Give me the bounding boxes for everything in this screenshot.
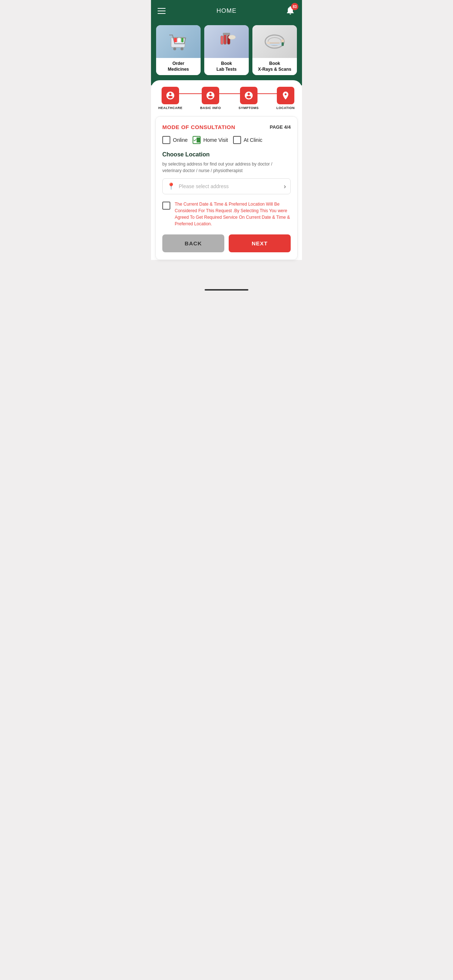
symptoms-icon [244, 91, 254, 100]
svg-rect-8 [221, 36, 223, 45]
app-header: HOME 83 [151, 0, 302, 22]
agreement-text: The Current Date & Time & Preferred Loca… [175, 201, 291, 227]
option-home-visit[interactable]: Home Visit [193, 136, 228, 144]
step-healthcare[interactable]: HEALTHCARE [158, 87, 182, 110]
at-clinic-label: At Clinic [244, 137, 262, 143]
svg-point-1 [173, 48, 176, 50]
at-clinic-checkbox[interactable] [233, 136, 241, 144]
card-header: MODE OF CONSULTATION PAGE 4/4 [162, 124, 291, 130]
address-placeholder: Please select address [179, 183, 284, 189]
action-buttons: BACK NEXT [162, 234, 291, 252]
symptoms-icon-box [240, 87, 257, 104]
step-symptoms[interactable]: SYMPTOMS [239, 87, 258, 110]
svg-rect-4 [178, 38, 180, 42]
xray-image [252, 25, 297, 58]
notification-button[interactable]: 83 [285, 5, 295, 16]
lab-image [204, 25, 249, 58]
menu-button[interactable] [158, 8, 166, 14]
healthcare-icon [166, 91, 175, 100]
step-healthcare-label: HEALTHCARE [158, 106, 182, 110]
hero-card-lab[interactable]: BookLab Tests [204, 25, 249, 75]
svg-rect-5 [181, 38, 183, 42]
chevron-right-icon: › [284, 183, 286, 190]
agreement-row: The Current Date & Time & Preferred Loca… [162, 201, 291, 227]
consultation-options: Online Home Visit At Clinic [162, 136, 291, 144]
home-indicator [205, 289, 248, 291]
svg-point-10 [228, 35, 236, 40]
online-checkbox[interactable] [162, 136, 170, 144]
location-description: by selecting address for find out your a… [162, 161, 291, 174]
svg-rect-6 [223, 33, 226, 45]
bottom-bar [151, 283, 302, 293]
consultation-form-card: MODE OF CONSULTATION PAGE 4/4 Online Hom… [155, 116, 298, 260]
svg-point-16 [281, 40, 284, 42]
location-icon-box [277, 87, 294, 104]
mode-title: MODE OF CONSULTATION [162, 124, 235, 130]
online-label: Online [173, 137, 187, 143]
svg-point-2 [180, 48, 183, 50]
bottom-spacer [151, 265, 302, 283]
hero-section: OrderMedicines BookLab Tests [151, 22, 302, 85]
xray-label: BookX-Rays & Scans [252, 58, 297, 75]
home-visit-label: Home Visit [203, 137, 228, 143]
svg-rect-9 [223, 33, 230, 35]
next-button[interactable]: NEXT [229, 234, 291, 252]
page-title: HOME [217, 7, 237, 14]
notification-count: 83 [291, 3, 298, 10]
back-button[interactable]: BACK [162, 234, 224, 252]
hero-card-xray[interactable]: BookX-Rays & Scans [252, 25, 297, 75]
basic-info-icon-box [202, 87, 219, 104]
pin-icon: 📍 [167, 182, 175, 190]
medicines-image [156, 25, 201, 58]
step-basic-info[interactable]: BASIC INFO [200, 87, 221, 110]
svg-rect-17 [282, 42, 284, 46]
progress-steps: HEALTHCARE BASIC INFO SYMPTOMS [151, 80, 302, 111]
hero-card-medicines[interactable]: OrderMedicines [156, 25, 201, 75]
basic-info-icon [206, 91, 215, 100]
medicines-label: OrderMedicines [156, 58, 201, 75]
step-location[interactable]: LOCATION [276, 87, 295, 110]
step-symptoms-label: SYMPTOMS [239, 106, 258, 110]
checkmark-icon [193, 137, 196, 143]
step-location-label: LOCATION [276, 106, 295, 110]
agreement-checkbox[interactable] [162, 202, 170, 210]
location-icon [281, 91, 290, 100]
option-at-clinic[interactable]: At Clinic [233, 136, 262, 144]
step-basic-info-label: BASIC INFO [200, 106, 221, 110]
healthcare-icon-box [161, 87, 179, 104]
svg-rect-15 [270, 42, 280, 44]
page-indicator: PAGE 4/4 [270, 124, 291, 130]
location-section: Choose Location by selecting address for… [162, 151, 291, 194]
lab-label: BookLab Tests [204, 58, 249, 75]
home-visit-checkbox[interactable] [193, 136, 201, 144]
steps-line [173, 93, 280, 94]
white-section: HEALTHCARE BASIC INFO SYMPTOMS [151, 80, 302, 260]
choose-location-title: Choose Location [162, 151, 291, 158]
address-selector[interactable]: 📍 Please select address › [162, 178, 291, 194]
option-online[interactable]: Online [162, 136, 187, 144]
svg-rect-3 [174, 38, 177, 42]
